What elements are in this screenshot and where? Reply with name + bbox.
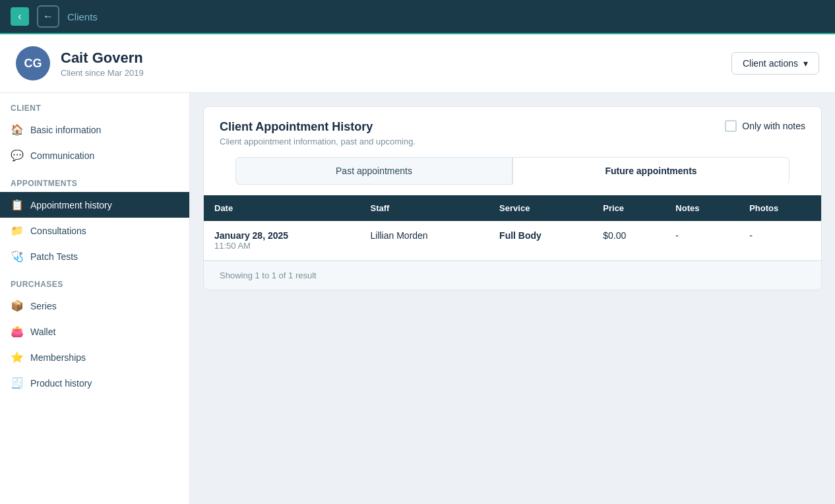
main-content: Client Appointment History Client appoin… <box>190 93 835 504</box>
date-value: January 28, 2025 <box>214 230 350 241</box>
appointments-table: Date Staff Service Price Notes Photos Ja… <box>204 195 821 261</box>
col-service: Service <box>489 195 592 221</box>
sidebar-item-label: Basic information <box>30 125 101 135</box>
col-date: Date <box>204 195 360 221</box>
col-photos: Photos <box>739 195 821 221</box>
sidebar-item-basic-information[interactable]: 🏠 Basic information <box>0 117 189 142</box>
sidebar-section-client: Client <box>0 93 189 117</box>
client-header: CG Cait Govern Client since Mar 2019 Cli… <box>0 34 835 93</box>
appointment-history-card: Client Appointment History Client appoin… <box>203 106 822 290</box>
client-details: Cait Govern Client since Mar 2019 <box>61 49 144 78</box>
nav-toggle-button[interactable]: ‹ <box>11 7 29 26</box>
only-notes-label-text: Only with notes <box>742 121 805 131</box>
cell-notes: - <box>665 221 739 261</box>
client-name: Cait Govern <box>61 49 144 67</box>
col-staff: Staff <box>360 195 489 221</box>
client-since: Client since Mar 2019 <box>61 68 144 78</box>
time-value: 11:50 AM <box>214 241 350 251</box>
tab-past-label: Past appointments <box>336 166 412 176</box>
back-button[interactable]: ← <box>37 5 59 28</box>
sidebar-item-consultations[interactable]: 📁 Consultations <box>0 218 189 243</box>
folder-icon: 📁 <box>11 224 24 237</box>
appointments-table-wrapper: Date Staff Service Price Notes Photos Ja… <box>204 195 821 261</box>
sidebar-section-purchases: Purchases <box>0 269 189 293</box>
home-icon: 🏠 <box>11 123 24 136</box>
table-header-row: Date Staff Service Price Notes Photos <box>204 195 821 221</box>
clipboard-icon: 📋 <box>11 199 24 211</box>
col-notes: Notes <box>665 195 739 221</box>
cell-price: $0.00 <box>592 221 665 261</box>
card-footer: Showing 1 to 1 of 1 result <box>204 261 821 290</box>
appointment-tabs: Past appointments Future appointments <box>235 157 789 185</box>
sidebar-item-wallet[interactable]: 👛 Wallet <box>0 319 189 344</box>
patch-icon: 🩺 <box>11 250 24 263</box>
results-count: Showing 1 to 1 of 1 result <box>220 270 317 280</box>
chat-icon: 💬 <box>11 149 24 162</box>
sidebar-item-appointment-history[interactable]: 📋 Appointment history <box>0 192 189 218</box>
sidebar-item-communication[interactable]: 💬 Communication <box>0 142 189 168</box>
sidebar-item-label: Communication <box>30 150 94 161</box>
sidebar-item-label: Patch Tests <box>30 251 78 262</box>
main-layout: Client 🏠 Basic information 💬 Communicati… <box>0 93 835 504</box>
sidebar-item-label: Appointment history <box>30 200 112 210</box>
receipt-icon: 🧾 <box>11 377 24 389</box>
card-title: Client Appointment History <box>220 120 416 134</box>
client-actions-label: Client actions <box>743 58 798 69</box>
tab-future-label: Future appointments <box>605 166 696 176</box>
sidebar-item-label: Memberships <box>30 352 86 363</box>
page-title: Clients <box>67 11 98 22</box>
client-info: CG Cait Govern Client since Mar 2019 <box>16 46 144 80</box>
tab-future-appointments[interactable]: Future appointments <box>512 157 789 185</box>
wallet-icon: 👛 <box>11 325 24 338</box>
card-header: Client Appointment History Client appoin… <box>204 107 821 157</box>
tab-past-appointments[interactable]: Past appointments <box>235 157 512 185</box>
avatar: CG <box>16 46 50 80</box>
cell-photos: - <box>739 221 821 261</box>
sidebar: Client 🏠 Basic information 💬 Communicati… <box>0 93 190 504</box>
box-icon: 📦 <box>11 299 24 312</box>
sidebar-item-label: Consultations <box>30 226 86 236</box>
tabs-container: Past appointments Future appointments <box>204 157 821 195</box>
client-actions-button[interactable]: Client actions ▾ <box>731 52 819 75</box>
sidebar-item-series[interactable]: 📦 Series <box>0 293 189 319</box>
card-subtitle: Client appointment information, past and… <box>220 137 416 146</box>
cell-service: Full Body <box>489 221 592 261</box>
sidebar-section-appointments: Appointments <box>0 168 189 192</box>
chevron-down-icon: ▾ <box>803 58 808 69</box>
only-notes-checkbox[interactable] <box>725 120 737 132</box>
table-row: January 28, 2025 11:50 AM Lillian Morden… <box>204 221 821 261</box>
sidebar-item-product-history[interactable]: 🧾 Product history <box>0 370 189 396</box>
sidebar-item-label: Product history <box>30 378 92 389</box>
cell-date: January 28, 2025 11:50 AM <box>204 221 360 261</box>
col-price: Price <box>592 195 665 221</box>
only-notes-toggle[interactable]: Only with notes <box>725 120 805 132</box>
sidebar-item-memberships[interactable]: ⭐ Memberships <box>0 344 189 370</box>
sidebar-item-label: Wallet <box>30 327 55 337</box>
star-icon: ⭐ <box>11 351 24 363</box>
cell-staff: Lillian Morden <box>360 221 489 261</box>
sidebar-item-label: Series <box>30 301 57 311</box>
sidebar-item-patch-tests[interactable]: 🩺 Patch Tests <box>0 243 189 269</box>
top-nav: ‹ ← Clients <box>0 0 835 34</box>
card-header-text: Client Appointment History Client appoin… <box>220 120 416 146</box>
